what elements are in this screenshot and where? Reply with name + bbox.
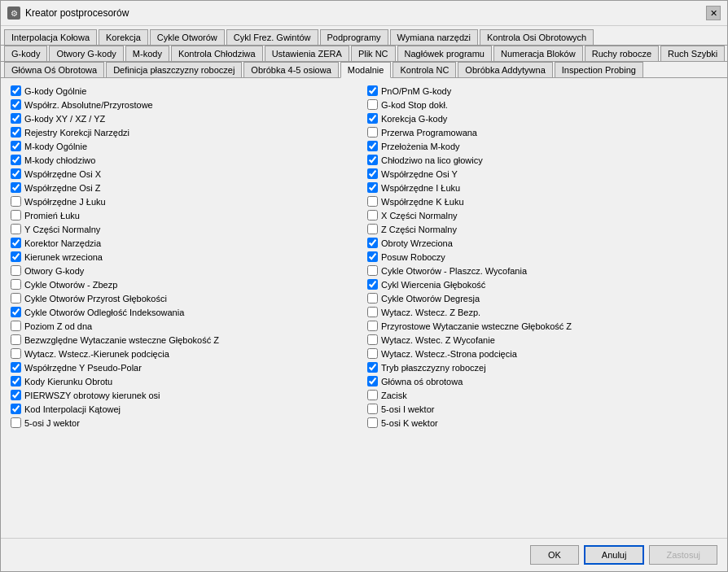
right-checkbox-6[interactable] xyxy=(367,168,378,179)
right-checkbox-20[interactable] xyxy=(367,362,378,373)
left-item-13: Otwory G-kody xyxy=(11,264,361,277)
tab-nagwek-programu[interactable]: Nagłówek programu xyxy=(397,46,492,61)
tab-row-1: Interpolacja KołowaKorekcjaCykle Otworów… xyxy=(1,26,727,46)
right-checkbox-8[interactable] xyxy=(367,196,378,207)
left-item-0: G-kody Ogólnie xyxy=(11,85,361,97)
left-checkbox-9[interactable] xyxy=(11,210,21,221)
left-checkbox-22[interactable] xyxy=(11,390,21,400)
tab-ruchy-robocze[interactable]: Ruchy robocze xyxy=(585,46,659,61)
close-button[interactable]: ✕ xyxy=(706,6,721,20)
left-checkbox-14[interactable] xyxy=(11,279,21,290)
right-checkbox-22[interactable] xyxy=(367,390,378,400)
right-checkbox-7[interactable] xyxy=(367,182,378,193)
tab-ustawienia-zera[interactable]: Ustawienia ZERA xyxy=(265,46,349,61)
right-checkbox-14[interactable] xyxy=(367,279,378,290)
tab-cykl-frez-gwintw[interactable]: Cykl Frez. Gwintów xyxy=(226,29,318,45)
left-label-3: Rejestry Korekcji Narzędzi xyxy=(24,128,129,138)
left-label-19: Wytacz. Wstecz.-Kierunek podcięcia xyxy=(24,349,169,359)
left-checkbox-15[interactable] xyxy=(11,293,21,303)
right-item-9: X Części Normalny xyxy=(367,209,717,221)
right-checkbox-9[interactable] xyxy=(367,210,378,221)
left-checkbox-24[interactable] xyxy=(11,417,21,428)
left-checkbox-1[interactable] xyxy=(11,99,21,110)
tab-korekcja[interactable]: Korekcja xyxy=(99,29,148,45)
tab-obrbka-addytywna[interactable]: Obróbka Addytywna xyxy=(458,62,552,77)
right-checkbox-21[interactable] xyxy=(367,376,378,386)
right-checkbox-15[interactable] xyxy=(367,293,378,303)
left-checkbox-2[interactable] xyxy=(11,113,21,124)
right-label-12: Posuw Roboczy xyxy=(381,252,445,262)
left-checkbox-7[interactable] xyxy=(11,182,21,193)
tab-modalnie[interactable]: Modalnie xyxy=(340,62,392,78)
apply-button[interactable]: Zastosuj xyxy=(649,545,717,565)
left-item-20: Współrzędne Y Pseudo-Polar xyxy=(11,361,361,373)
right-label-19: Wytacz. Wstecz.-Strona podcięcia xyxy=(381,349,517,359)
tab-definicja-paszczyzny-roboczej[interactable]: Definicja płaszczyzny roboczej xyxy=(106,62,242,77)
left-item-9: Promień Łuku xyxy=(11,209,361,221)
left-checkbox-0[interactable] xyxy=(11,85,21,96)
tab-kontrola-osi-obrotowych[interactable]: Kontrola Osi Obrotowych xyxy=(480,29,594,45)
right-checkbox-0[interactable] xyxy=(367,85,378,96)
tab-ruch-szybki[interactable]: Ruch Szybki xyxy=(660,46,725,61)
right-checkbox-10[interactable] xyxy=(367,224,378,234)
tab-otwory-g-kody[interactable]: Otwory G-kody xyxy=(49,46,123,61)
tab-plik-nc[interactable]: Plik NC xyxy=(351,46,396,61)
right-checkbox-17[interactable] xyxy=(367,321,378,331)
tab-kontrola-chodziwa[interactable]: Kontrola Chłodziwa xyxy=(171,46,263,61)
ok-button[interactable]: OK xyxy=(530,545,579,565)
tab-m-kody[interactable]: M-kody xyxy=(125,46,169,61)
right-checkbox-3[interactable] xyxy=(367,127,378,138)
left-item-12: Kierunek wrzeciona xyxy=(11,251,361,263)
left-item-16: Cykle Otworów Odległość Indeksowania xyxy=(11,306,361,318)
left-checkbox-10[interactable] xyxy=(11,224,21,234)
right-checkbox-19[interactable] xyxy=(367,348,378,359)
tab-kontrola-nc[interactable]: Kontrola NC xyxy=(393,62,456,77)
right-checkbox-5[interactable] xyxy=(367,155,378,165)
left-item-19: Wytacz. Wstecz.-Kierunek podcięcia xyxy=(11,347,361,360)
left-checkbox-11[interactable] xyxy=(11,238,21,248)
right-column: PnO/PnM G-kodyG-kod Stop dokł.Korekcja G… xyxy=(367,85,717,531)
left-checkbox-6[interactable] xyxy=(11,168,21,179)
tab-podprogramy[interactable]: Podprogramy xyxy=(320,29,388,45)
right-checkbox-11[interactable] xyxy=(367,238,378,248)
right-checkbox-24[interactable] xyxy=(367,417,378,428)
left-column: G-kody OgólnieWspółrz. Absolutne/Przyros… xyxy=(11,85,361,531)
window-icon: ⚙ xyxy=(7,7,20,20)
left-checkbox-19[interactable] xyxy=(11,348,21,359)
right-checkbox-2[interactable] xyxy=(367,113,378,124)
right-label-8: Współrzędne K Łuku xyxy=(381,197,464,207)
left-checkbox-16[interactable] xyxy=(11,307,21,317)
cancel-button[interactable]: Anuluj xyxy=(584,545,645,565)
left-checkbox-17[interactable] xyxy=(11,321,21,331)
tab-numeracja-blokw[interactable]: Numeracja Bloków xyxy=(493,46,583,61)
right-item-0: PnO/PnM G-kody xyxy=(367,85,717,97)
right-checkbox-16[interactable] xyxy=(367,307,378,317)
tab-inspection-probing[interactable]: Inspection Probing xyxy=(555,62,643,77)
right-checkbox-12[interactable] xyxy=(367,251,378,262)
left-checkbox-3[interactable] xyxy=(11,127,21,138)
tab-obrbka-4-5-osiowa[interactable]: Obróbka 4-5 osiowa xyxy=(243,62,338,77)
tab-cykle-otworw[interactable]: Cykle Otworów xyxy=(150,29,225,45)
tab-gwna-o-obrotowa[interactable]: Główna Oś Obrotowa xyxy=(4,62,104,77)
left-checkbox-5[interactable] xyxy=(11,155,21,165)
left-checkbox-13[interactable] xyxy=(11,265,21,276)
left-checkbox-21[interactable] xyxy=(11,376,21,386)
content-area: G-kody OgólnieWspółrz. Absolutne/Przyros… xyxy=(1,78,727,538)
right-checkbox-1[interactable] xyxy=(367,99,378,110)
left-checkbox-20[interactable] xyxy=(11,362,21,373)
left-checkbox-8[interactable] xyxy=(11,196,21,207)
right-checkbox-18[interactable] xyxy=(367,334,378,345)
right-item-14: Cykl Wiercenia Głębokość xyxy=(367,278,717,290)
right-checkbox-4[interactable] xyxy=(367,141,378,151)
left-checkbox-23[interactable] xyxy=(11,404,21,414)
right-label-7: Współrzędne I Łuku xyxy=(381,183,460,193)
tab-interpolacja-koowa[interactable]: Interpolacja Kołowa xyxy=(4,29,97,45)
left-checkbox-18[interactable] xyxy=(11,334,21,345)
left-checkbox-4[interactable] xyxy=(11,141,21,151)
right-checkbox-23[interactable] xyxy=(367,404,378,414)
tab-wymiana-narzdzi[interactable]: Wymiana narzędzi xyxy=(390,29,478,45)
right-checkbox-13[interactable] xyxy=(367,265,378,276)
left-item-6: Współrzędne Osi X xyxy=(11,168,361,180)
left-checkbox-12[interactable] xyxy=(11,251,21,262)
tab-g-kody[interactable]: G-kody xyxy=(4,46,47,61)
